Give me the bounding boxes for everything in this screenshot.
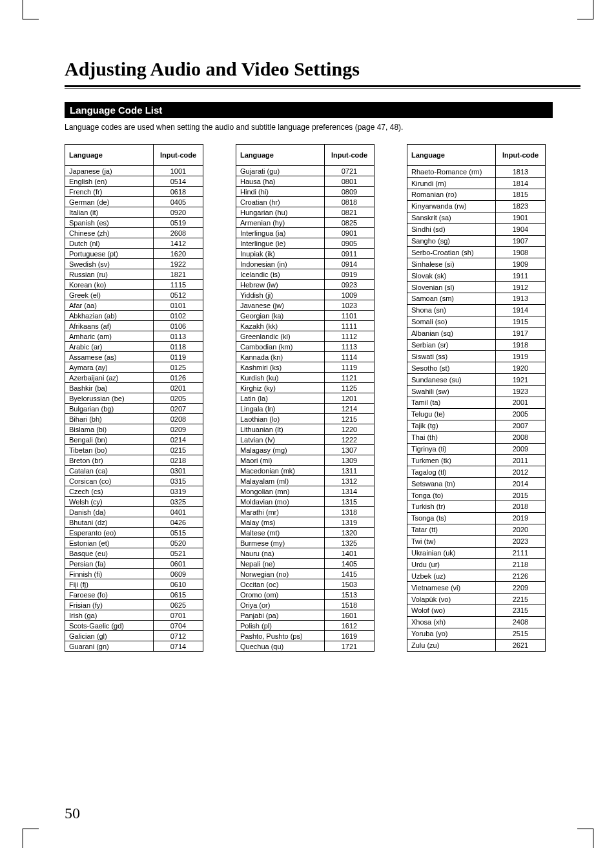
table-row: Turkmen (tk)2011 <box>407 455 546 466</box>
code-cell: 1412 <box>154 238 203 249</box>
language-cell: Persian (fa) <box>65 559 154 569</box>
table-row: Bashkir (ba)0201 <box>65 383 203 393</box>
language-cell: Albanian (sq) <box>407 327 496 339</box>
code-cell: 0919 <box>325 269 375 280</box>
code-cell: 1503 <box>325 579 375 590</box>
table-row: Serbo-Croatian (sh)1908 <box>407 247 546 258</box>
language-cell: Setswana (tn) <box>407 478 496 490</box>
table-row: Pashto, Pushto (ps)1619 <box>236 631 375 641</box>
language-cell: Assamese (as) <box>65 352 154 362</box>
language-cell: Tatar (tt) <box>407 524 496 535</box>
code-cell: 2408 <box>496 616 546 628</box>
language-cell: Swedish (sv) <box>65 259 154 269</box>
table-row: Tatar (tt)2020 <box>407 524 546 535</box>
code-cell: 1115 <box>154 280 203 290</box>
language-cell: Byelorussian (be) <box>65 393 154 404</box>
language-cell: Slovenian (sl) <box>407 282 496 293</box>
code-cell: 0825 <box>325 218 375 228</box>
table-row: Shona (sn)1914 <box>407 304 546 316</box>
code-cell: 2012 <box>496 466 546 478</box>
code-cell: 0319 <box>154 486 203 497</box>
language-cell: Kashmiri (ks) <box>236 362 325 373</box>
code-cell: 1307 <box>325 445 375 455</box>
code-cell: 0911 <box>325 249 375 259</box>
language-cell: Malay (ms) <box>236 517 325 528</box>
table-row: Vietnamese (vi)2209 <box>407 582 546 594</box>
table-row: Albanian (sq)1917 <box>407 327 546 339</box>
table-row: Portuguese (pt)1620 <box>65 249 203 259</box>
table-row: Serbian (sr)1918 <box>407 339 546 351</box>
crop-mark-br <box>577 816 616 848</box>
table-row: Tibetan (bo)0215 <box>65 445 203 455</box>
code-cell: 0218 <box>154 455 203 466</box>
code-cell: 1920 <box>496 362 546 374</box>
language-cell: Latin (la) <box>236 393 325 404</box>
language-cell: Hungarian (hu) <box>236 207 325 218</box>
code-cell: 0207 <box>154 404 203 414</box>
language-cell: Sangho (sg) <box>407 235 496 247</box>
language-cell: Bihari (bh) <box>65 414 154 424</box>
table-row: Hebrew (iw)0923 <box>236 280 375 290</box>
code-cell: 1320 <box>325 528 375 538</box>
language-cell: Korean (ko) <box>65 280 154 290</box>
language-cell: Lingala (ln) <box>236 404 325 414</box>
code-cell: 1401 <box>325 548 375 559</box>
language-cell: Bashkir (ba) <box>65 383 154 393</box>
table-row: Hausa (ha)0801 <box>236 176 375 187</box>
crop-mark-tr <box>577 0 616 32</box>
code-cell: 1815 <box>496 189 546 200</box>
language-cell: Telugu (te) <box>407 408 496 420</box>
language-tables-container: LanguageInput-codeJapanese (ja)1001Engli… <box>65 144 580 652</box>
table-row: Esperanto (eo)0515 <box>65 528 203 538</box>
table-row: Javanese (jw)1023 <box>236 300 375 311</box>
table-row: Abkhazian (ab)0102 <box>65 311 203 321</box>
language-cell: Sinhalese (si) <box>407 258 496 270</box>
language-cell: Lithuanian (lt) <box>236 424 325 435</box>
code-cell: 1311 <box>325 466 375 476</box>
code-cell: 1921 <box>496 374 546 386</box>
table-row: Urdu (ur)2118 <box>407 559 546 570</box>
code-cell: 0914 <box>325 259 375 269</box>
table-row: Oriya (or)1518 <box>236 600 375 610</box>
table-row: Azerbaijani (az)0126 <box>65 373 203 383</box>
code-cell: 1001 <box>154 166 203 176</box>
table-row: Bihari (bh)0208 <box>65 414 203 424</box>
language-cell: Dutch (nl) <box>65 238 154 249</box>
language-cell: Maori (mi) <box>236 455 325 466</box>
table-row: Danish (da)0401 <box>65 507 203 517</box>
crop-mark-bl <box>0 816 39 848</box>
code-cell: 2001 <box>496 397 546 409</box>
language-code-table-1: LanguageInput-codeJapanese (ja)1001Engli… <box>65 144 203 652</box>
code-cell: 1214 <box>325 404 375 414</box>
table-row: Kannada (kn)1114 <box>236 352 375 362</box>
code-cell: 2209 <box>496 582 546 594</box>
table-row: Zulu (zu)2621 <box>407 639 546 651</box>
code-cell: 0101 <box>154 300 203 311</box>
language-cell: Urdu (ur) <box>407 559 496 570</box>
language-cell: Interlingue (ie) <box>236 238 325 249</box>
language-cell: Sundanese (su) <box>407 374 496 386</box>
code-cell: 1314 <box>325 486 375 497</box>
table-row: Sangho (sg)1907 <box>407 235 546 247</box>
table-row: English (en)0514 <box>65 176 203 187</box>
language-cell: Xhosa (xh) <box>407 616 496 628</box>
table-row: Kirghiz (ky)1125 <box>236 383 375 393</box>
language-cell: Fiji (fj) <box>65 579 154 590</box>
code-cell: 2009 <box>496 443 546 455</box>
code-cell: 1823 <box>496 200 546 212</box>
table-row: Wolof (wo)2315 <box>407 605 546 617</box>
code-cell: 1518 <box>325 600 375 610</box>
table-row: Hungarian (hu)0821 <box>236 207 375 218</box>
code-cell: 2015 <box>496 490 546 501</box>
code-cell: 1113 <box>325 342 375 352</box>
language-code-table-2: LanguageInput-codeGujarati (gu)0721Hausa… <box>236 144 375 652</box>
table-row: Afrikaans (af)0106 <box>65 321 203 331</box>
language-cell: Yiddish (ji) <box>236 290 325 300</box>
code-cell: 1220 <box>325 424 375 435</box>
code-cell: 1513 <box>325 590 375 600</box>
language-cell: Wolof (wo) <box>407 605 496 617</box>
language-cell: Ukrainian (uk) <box>407 547 496 559</box>
code-cell: 0818 <box>325 197 375 207</box>
table-row: Occitan (oc)1503 <box>236 579 375 590</box>
code-cell: 1201 <box>325 393 375 404</box>
